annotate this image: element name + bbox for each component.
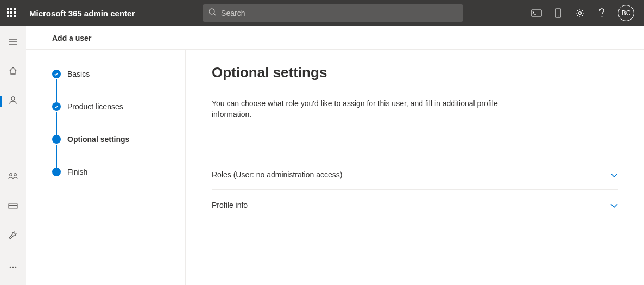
svg-point-0 (209, 9, 214, 14)
page-title: Add a user (26, 26, 644, 50)
panel: Optional settings You can choose what ro… (186, 50, 644, 285)
wizard-step-optional[interactable]: Optional settings (52, 135, 185, 144)
app-title: Microsoft 365 admin center (29, 9, 135, 18)
svg-point-12 (9, 174, 12, 176)
accordion-roles[interactable]: Roles (User: no administration access) (212, 159, 618, 190)
billing-icon (8, 202, 18, 212)
app-launcher-icon[interactable] (7, 8, 17, 18)
wizard-step-label: Basics (67, 70, 90, 78)
ellipsis-icon (9, 261, 17, 270)
home-icon (9, 66, 17, 77)
panel-description: You can choose what role you'd like to a… (212, 98, 500, 120)
shell-cloud-icon[interactable] (531, 8, 542, 18)
wizard-steps: Basics Product licenses Optional setting… (26, 50, 186, 285)
search-box[interactable] (203, 4, 463, 22)
dot-icon (52, 135, 61, 144)
sidebar-more[interactable] (0, 256, 26, 275)
chevron-down-icon (610, 170, 618, 179)
sidebar-item-billing[interactable] (0, 197, 26, 216)
check-icon (52, 70, 61, 78)
sidebar-item-users[interactable] (0, 91, 26, 111)
sidebar-item-home[interactable] (0, 62, 26, 82)
svg-point-13 (14, 174, 16, 176)
wrench-icon (9, 231, 17, 241)
search-input[interactable] (221, 9, 458, 17)
check-icon (52, 102, 61, 111)
wizard-step-licenses[interactable]: Product licenses (52, 102, 185, 111)
wizard-step-label: Optional settings (67, 135, 129, 144)
svg-point-16 (9, 267, 11, 268)
wizard-step-basics[interactable]: Basics (52, 70, 185, 78)
svg-point-17 (12, 267, 14, 268)
wizard-step-label: Product licenses (67, 102, 123, 111)
mobile-icon[interactable] (553, 8, 564, 18)
accordion-profile[interactable]: Profile info (212, 190, 618, 220)
search-icon (208, 8, 217, 18)
user-icon (9, 96, 17, 107)
top-bar: Microsoft 365 admin center BC (0, 0, 644, 26)
wizard-step-finish[interactable]: Finish (52, 168, 185, 176)
accordion-label: Roles (User: no administration access) (212, 170, 342, 179)
sidebar-item-groups[interactable] (0, 168, 26, 187)
sidebar-toggle[interactable] (0, 33, 26, 52)
help-icon[interactable] (596, 8, 607, 18)
svg-point-11 (11, 97, 15, 100)
left-sidebar (0, 26, 26, 285)
svg-point-5 (558, 16, 559, 17)
svg-rect-14 (9, 203, 17, 209)
svg-point-7 (602, 16, 603, 17)
svg-point-18 (15, 267, 16, 268)
dot-icon (52, 168, 61, 176)
groups-icon (8, 172, 18, 182)
hamburger-icon (9, 38, 17, 47)
panel-title: Optional settings (212, 64, 618, 81)
accordion-label: Profile info (212, 201, 248, 209)
wizard-step-label: Finish (67, 168, 87, 176)
sidebar-item-setup[interactable] (0, 226, 26, 246)
svg-line-1 (214, 14, 216, 15)
svg-point-6 (579, 12, 582, 15)
user-avatar[interactable]: BC (618, 5, 634, 21)
settings-icon[interactable] (574, 8, 585, 18)
chevron-down-icon (610, 201, 618, 209)
